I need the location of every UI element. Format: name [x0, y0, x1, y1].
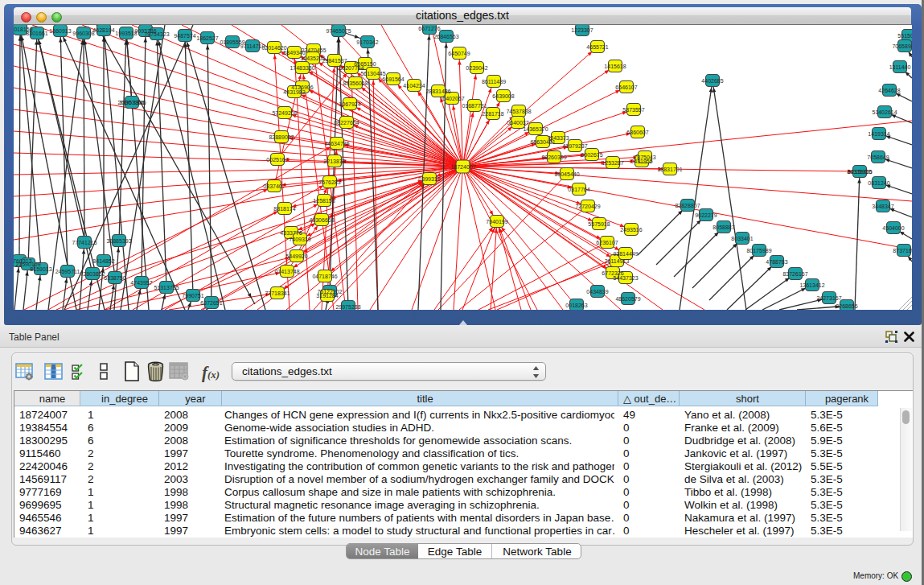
svg-text:79754323: 79754323 — [144, 31, 169, 37]
svg-text:6671276: 6671276 — [418, 26, 440, 31]
svg-text:80175989: 80175989 — [746, 248, 771, 253]
svg-text:7990751: 7990751 — [182, 293, 203, 299]
svg-text:7576283: 7576283 — [318, 179, 340, 185]
svg-text:51402614: 51402614 — [872, 109, 897, 115]
svg-text:7058649: 7058649 — [867, 154, 889, 160]
svg-text:5515058: 5515058 — [897, 33, 912, 39]
svg-text:72803852: 72803852 — [80, 271, 105, 277]
svg-text:6236107: 6236107 — [596, 240, 618, 245]
svg-text:6450749: 6450749 — [448, 51, 470, 56]
svg-text:54437323: 54437323 — [613, 275, 638, 281]
svg-text:4333776: 4333776 — [280, 230, 302, 236]
svg-text:2213878: 2213878 — [323, 159, 345, 164]
svg-text:4788783: 4788783 — [766, 259, 787, 265]
svg-text:85356068: 85356068 — [343, 80, 368, 86]
svg-text:0434839: 0434839 — [586, 289, 608, 295]
svg-text:8818174: 8818174 — [273, 206, 295, 212]
svg-text:9022279: 9022279 — [695, 212, 717, 218]
svg-text:08227654: 08227654 — [334, 120, 359, 126]
svg-text:0837407: 0837407 — [263, 183, 285, 189]
svg-text:97465075: 97465075 — [326, 28, 351, 34]
svg-text:6372651: 6372651 — [200, 300, 222, 306]
svg-text:0317764: 0317764 — [568, 187, 589, 192]
svg-text:09260309: 09260309 — [541, 154, 566, 160]
svg-text:14365370: 14365370 — [523, 126, 548, 132]
svg-text:0640037: 0640037 — [507, 120, 528, 126]
svg-text:49306668: 49306668 — [309, 217, 334, 223]
svg-text:48620579: 48620579 — [615, 296, 640, 302]
svg-text:04718746: 04718746 — [312, 274, 337, 279]
svg-text:76402067: 76402067 — [439, 96, 464, 101]
svg-text:2281718: 2281718 — [482, 111, 503, 117]
svg-text:3448347: 3448347 — [872, 204, 893, 209]
svg-text:0831240: 0831240 — [868, 180, 889, 186]
svg-text:56130445: 56130445 — [360, 71, 385, 76]
svg-text:86111489: 86111489 — [482, 79, 506, 84]
svg-text:8414852: 8414852 — [92, 258, 114, 264]
svg-text:24273167: 24273167 — [816, 295, 841, 301]
svg-text:51313735: 51313735 — [154, 285, 179, 290]
svg-text:74537838: 74537838 — [506, 109, 531, 114]
svg-text:82828807: 82828807 — [675, 203, 700, 208]
svg-text:44634786: 44634786 — [324, 141, 349, 146]
svg-text:13613412: 13613412 — [799, 282, 824, 288]
svg-text:38831701: 38831701 — [657, 167, 682, 172]
svg-text:6546107: 6546107 — [615, 84, 637, 90]
svg-text:22470455: 22470455 — [301, 47, 326, 53]
svg-text:8033401: 8033401 — [731, 236, 753, 241]
svg-text:9170342: 9170342 — [356, 39, 378, 45]
svg-text:8737167: 8737167 — [893, 248, 912, 253]
svg-text:7343373: 7343373 — [547, 135, 569, 141]
svg-text:18724007: 18724007 — [450, 164, 475, 170]
svg-text:59045440: 59045440 — [554, 171, 579, 177]
svg-text:9487574: 9487574 — [174, 33, 195, 39]
svg-text:1415618: 1415618 — [604, 64, 626, 69]
svg-text:29841537: 29841537 — [322, 58, 347, 64]
svg-text:6691564: 6691564 — [382, 76, 404, 82]
svg-text:7940199: 7940199 — [486, 219, 507, 225]
svg-text:4628194: 4628194 — [92, 27, 114, 33]
svg-text:4431982: 4431982 — [283, 89, 305, 95]
svg-text:1223307: 1223307 — [571, 27, 593, 33]
svg-text:8058887: 8058887 — [713, 225, 734, 230]
svg-text:1067924: 1067924 — [339, 101, 360, 107]
svg-text:82889093: 82889093 — [269, 134, 294, 140]
svg-text:4655721: 4655721 — [586, 44, 608, 50]
svg-text:93814449: 93814449 — [613, 251, 638, 257]
svg-text:01687731: 01687731 — [462, 103, 487, 109]
svg-text:6360607: 6360607 — [626, 130, 648, 135]
svg-text:57249208: 57249208 — [272, 110, 297, 116]
svg-text:38885393: 38885393 — [106, 238, 131, 244]
svg-text:9960308: 9960308 — [72, 31, 94, 36]
svg-text:1862527: 1862527 — [196, 35, 218, 41]
svg-text:2493516: 2493516 — [620, 227, 642, 233]
svg-text:4104234: 4104234 — [403, 83, 425, 89]
svg-text:6565150: 6565150 — [354, 61, 376, 67]
svg-text:0399315: 0399315 — [418, 176, 440, 182]
svg-text:6002675: 6002675 — [581, 152, 602, 158]
svg-text:4504000: 4504000 — [882, 225, 904, 231]
svg-text:6338750: 6338750 — [104, 275, 125, 281]
svg-text:7409319: 7409319 — [289, 237, 310, 242]
svg-text:6439008: 6439008 — [492, 93, 514, 99]
svg-text:3191284: 3191284 — [316, 293, 338, 299]
svg-text:77741215: 77741215 — [72, 240, 97, 245]
svg-text:0239042: 0239042 — [466, 65, 487, 71]
svg-text:70658948: 70658948 — [892, 43, 912, 49]
svg-text:0025167: 0025167 — [266, 157, 288, 163]
svg-text:1419314: 1419314 — [868, 131, 889, 137]
svg-text:8159013: 8159013 — [30, 266, 51, 272]
svg-text:72720429: 72720429 — [575, 204, 600, 209]
svg-text:07413748: 07413748 — [274, 269, 299, 274]
svg-text:17483380: 17483380 — [290, 65, 314, 71]
svg-text:1258153: 1258153 — [313, 198, 335, 204]
svg-text:41979237: 41979237 — [562, 143, 587, 149]
svg-text:1860913: 1860913 — [49, 28, 71, 34]
svg-text:29975288: 29975288 — [335, 304, 360, 310]
svg-text:83726167: 83726167 — [782, 271, 807, 277]
svg-text:84335326: 84335326 — [847, 169, 872, 175]
svg-text:26846563: 26846563 — [433, 34, 458, 39]
svg-text:5873557: 5873557 — [622, 107, 644, 113]
svg-text:26114913: 26114913 — [605, 258, 630, 264]
svg-text:4402685: 4402685 — [701, 78, 723, 84]
